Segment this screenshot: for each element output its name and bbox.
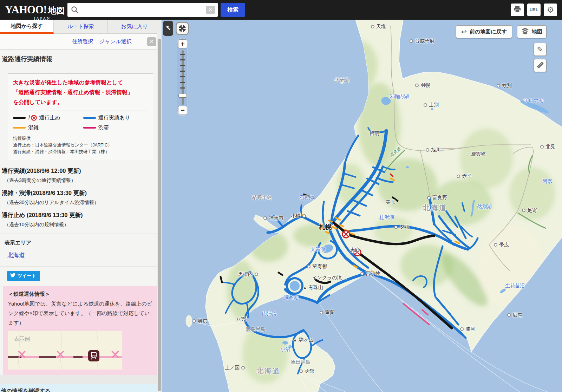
map-label-region: 北海道 [423,203,447,213]
settings-button[interactable]: ⚙ [544,4,557,16]
place-marker [360,272,364,275]
place-marker [522,209,525,212]
update-title: 混雑・渋滞(2018/9/6 13:30 更新) [2,189,159,197]
sight-icon: ∴ [466,151,470,157]
place-marker [394,226,398,229]
zoom-in-button[interactable]: + [178,39,187,48]
map-label-city: 羽幌 [415,82,430,89]
search-box: ✕ [67,3,218,17]
map-label-city: 恵庭 [350,247,360,253]
place-marker [426,148,429,152]
legend-label: 混雑 [28,124,39,131]
address-select-link[interactable]: 住所選択 [72,38,93,45]
map-label-water: 朱鞠内湖 [389,93,409,100]
place-marker [241,366,245,370]
map-canvas[interactable]: 天塩音威子府天売島羽幌紋別朱鞠内湖サロマ湖士別留萌旭川∴層雲峡北見道央道赤平阿寒… [162,20,562,392]
sidebar-scrollbar[interactable] [157,20,162,392]
tweet-button[interactable]: ツイート [7,271,40,281]
legend-line [13,127,26,129]
tab-search-from-map[interactable]: 地図から探す [0,20,54,34]
tab-favorites[interactable]: お気に入り [108,20,162,34]
map-layers-button[interactable]: 地図 [517,25,547,38]
measure-tool-button[interactable] [534,59,547,72]
sidebar-collapse-button[interactable] [163,21,173,36]
map-label-pen: 渡島半島 [246,326,266,333]
map-label-city: 上ノ国 [225,365,245,371]
map-label-water: 然別湖 [477,204,492,210]
map-label-city: 函館 [299,368,314,374]
search-button[interactable]: 検索 [221,3,245,17]
legend-item: 渋滞 [83,124,148,131]
gear-icon: ⚙ [547,6,554,14]
tab-route-search[interactable]: ルート探索 [54,20,107,34]
yahoo-japan-logo[interactable]: YAHOO! JAPAN 地図 [0,4,67,16]
zoom-tick [180,82,185,83]
pan-control[interactable] [176,22,189,37]
warning-line: を公開しています。 [13,97,148,107]
logo-map-text: 地図 [48,5,65,16]
panel-title: 道路通行実績情報 [0,50,162,68]
sight-icon: ∴ [344,275,347,281]
traffic-legend: /通行止め通行実績あり混雑渋滞 [13,111,148,131]
legend-label: 渋滞 [98,124,109,131]
map-label-city: インクラの滝∴ [312,275,347,281]
map-label-city: ▲有珠山 [303,285,323,291]
map-label-city: 赤平 [457,173,472,179]
previous-map-button[interactable]: ↩ 前の地図に戻す [456,25,512,38]
panel-close-icon[interactable]: ✕ [147,37,156,46]
rail-box-title: ＜鉄道運休情報＞ [8,291,153,298]
legend-line [83,127,96,129]
search-clear-icon[interactable]: ✕ [206,6,215,14]
map-label-water: 内浦湾 [262,311,277,317]
rail-box-body: Yahoo!地図では、災害などによる鉄道の運休を、路線上のピンク線や×印で表示し… [8,299,153,327]
map-label-city: 浦河 [460,326,475,332]
spacer [0,375,162,384]
place-marker [410,39,413,43]
train-icon [88,350,99,361]
warning-line: 大きな災害が発生した地域の参考情報として [13,78,148,87]
top-right-tools: URL ⚙ [511,4,557,16]
zoom-tick [180,59,185,60]
rail-example-figure: 表示例 ✕ ✕ ✕ [8,331,122,370]
pan-icon [176,22,189,35]
collapse-arrow-icon [165,25,171,32]
search-input[interactable] [67,3,218,17]
place-marker [494,243,497,247]
map-label-city: 北見 [540,144,555,150]
map-label-city: 天塩 [371,24,386,30]
place-marker [371,25,374,28]
legend-item: 通行実績あり [83,115,148,121]
zoom-slider-handle[interactable] [178,94,187,98]
map-label-city: 八雲 [236,316,246,322]
legend-closed-line [13,117,26,119]
zoom-out-button[interactable]: − [178,106,187,115]
undo-arrow-icon: ↩ [461,28,467,36]
zoom-tick [180,65,185,66]
twitter-bird-icon [10,273,15,279]
map-label-water: 小沼 [280,346,290,353]
printer-icon [514,6,521,14]
map-label-city: 美唄 [386,199,396,205]
draw-tool-button[interactable]: ✎ [534,43,547,56]
print-button[interactable] [511,4,524,16]
map-label-water: 生花苗沼 [505,283,525,289]
map-label-water: 石狩湾 [299,195,314,201]
other-info-strip: 他の情報を確認する [0,384,162,392]
map-label-city: 帯広 [494,242,509,248]
other-info-link[interactable]: 他の情報を確認する [0,384,162,392]
place-marker [192,319,196,323]
map-label-water: 洞爺湖 [284,295,299,301]
rail-suspension-box: ＜鉄道運休情報＞ Yahoo!地図では、災害などによる鉄道の運休を、路線上のピン… [3,286,159,375]
map-label-city: 士別 [424,102,439,108]
place-marker [307,265,311,268]
top-bar: YAHOO! JAPAN 地図 ✕ 検索 URL ⚙ [0,0,562,20]
genre-select-link[interactable]: ジャンル選択 [99,38,131,45]
provider-line: 通行実績・混雑・渋滞情報：本田技研工業（株） [13,149,148,155]
scrollbar-thumb[interactable] [158,39,161,391]
ruler-icon [536,61,544,70]
update-title: 通行止め (2018/9/6 13:30 更新) [2,211,159,219]
area-hokkaido-link[interactable]: 北海道 [0,246,162,259]
rail-line-segment [39,356,56,358]
map-label-city: 神恵内 [263,215,283,221]
url-button[interactable]: URL [527,4,541,16]
